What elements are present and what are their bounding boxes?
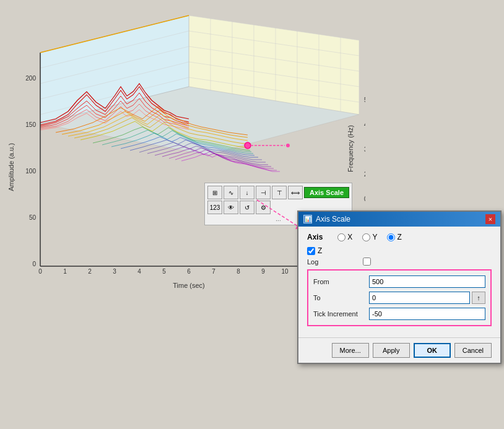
svg-text:200: 200 [364,171,365,178]
svg-text:4: 4 [137,268,141,275]
radio-z[interactable] [387,233,395,241]
tick-row: Tick Increment [313,308,485,320]
svg-text:1: 1 [63,268,67,275]
pink-highlight-box: From To ↑ Tick Increment [307,269,492,326]
svg-text:0: 0 [32,261,36,267]
z-checkbox[interactable] [307,247,315,255]
from-input[interactable] [369,275,485,288]
svg-text:Time (sec): Time (sec) [173,282,205,289]
dialog-close-button[interactable]: × [485,214,495,224]
toolbar-btn-eye[interactable]: 👁 [224,201,238,214]
svg-text:10: 10 [281,268,289,275]
svg-point-20 [286,144,290,147]
svg-text:150: 150 [25,121,36,128]
svg-text:100: 100 [25,168,36,175]
svg-text:6: 6 [187,268,191,275]
log-row: Log [307,258,492,266]
toolbar-btn-split-h[interactable]: ⊣ [256,186,271,199]
to-input[interactable] [369,292,470,304]
radio-y-label: Y [372,233,377,241]
toolbar-btn-refresh[interactable]: ↺ [240,201,254,214]
z-section-label: Z [318,246,322,255]
radio-y-option[interactable]: Y [362,233,377,241]
dialog-buttons: More... Apply OK Cancel [298,337,500,363]
radio-x[interactable] [337,233,345,241]
dialog-body: Axis X Y Z Z Log [298,227,500,337]
axis-radio-row: Axis X Y Z [307,233,492,241]
toolbar-btn-split-v[interactable]: ⊤ [272,186,287,199]
svg-text:300: 300 [364,146,365,153]
to-label: To [313,294,369,301]
toolbar-btn-gear[interactable]: ⚙ [256,201,271,214]
toolbar-btn-wave[interactable]: ∿ [224,186,238,199]
svg-text:2: 2 [88,268,92,275]
svg-text:8: 8 [237,268,240,275]
toolbar-btn-123[interactable]: 123 [207,201,222,214]
radio-z-label: Z [397,233,401,241]
ok-button[interactable]: OK [414,343,451,358]
axis-scale-dialog: 📊 Axis Scale × Axis X Y Z Z [297,210,502,364]
dialog-title-text: Axis Scale [316,215,350,223]
radio-y[interactable] [362,233,370,241]
more-button[interactable]: More... [332,343,369,358]
dialog-titlebar: 📊 Axis Scale × [298,212,500,227]
svg-text:Frequency (Hz): Frequency (Hz) [347,125,354,172]
svg-text:200: 200 [25,75,36,82]
radio-z-option[interactable]: Z [387,233,401,241]
svg-text:7: 7 [212,268,215,275]
svg-text:9: 9 [261,268,265,275]
svg-text:Amplitude (a.u.): Amplitude (a.u.) [7,143,15,191]
z-checkbox-row: Z [307,246,492,255]
apply-button[interactable]: Apply [373,343,410,358]
toolbar-row-1: ⊞ ∿ ↓ ⊣ ⊤ ⟺ Axis Scale [207,186,349,199]
tick-input[interactable] [369,308,485,320]
svg-text:0: 0 [364,196,365,202]
toolbar-btn-arrows[interactable]: ⟺ [288,186,303,199]
side-button[interactable]: ↑ [472,292,485,304]
dialog-title: 📊 Axis Scale [303,215,350,223]
from-label: From [313,278,369,285]
svg-text:3: 3 [113,268,116,275]
svg-point-18 [245,142,251,149]
dialog-title-icon: 📊 [303,215,312,223]
svg-text:0: 0 [38,268,42,275]
toolbar-btn-down[interactable]: ↓ [240,186,254,199]
log-label: Log [307,258,363,266]
toolbar-btn-grid[interactable]: ⊞ [207,186,222,199]
radio-x-label: X [347,233,352,241]
z-section: Z [307,246,492,255]
radio-x-option[interactable]: X [337,233,352,241]
svg-text:400: 400 [364,121,365,128]
cancel-button[interactable]: Cancel [454,343,492,358]
axis-scale-button[interactable]: Axis Scale [304,187,349,198]
tick-label: Tick Increment [313,310,369,318]
log-checkbox[interactable] [363,258,371,266]
to-row: To ↑ [313,292,485,304]
axis-radio-label: Axis [307,233,323,241]
svg-text:500: 500 [364,97,365,103]
from-row: From [313,275,485,288]
svg-text:50: 50 [29,214,37,221]
svg-text:5: 5 [162,268,166,275]
